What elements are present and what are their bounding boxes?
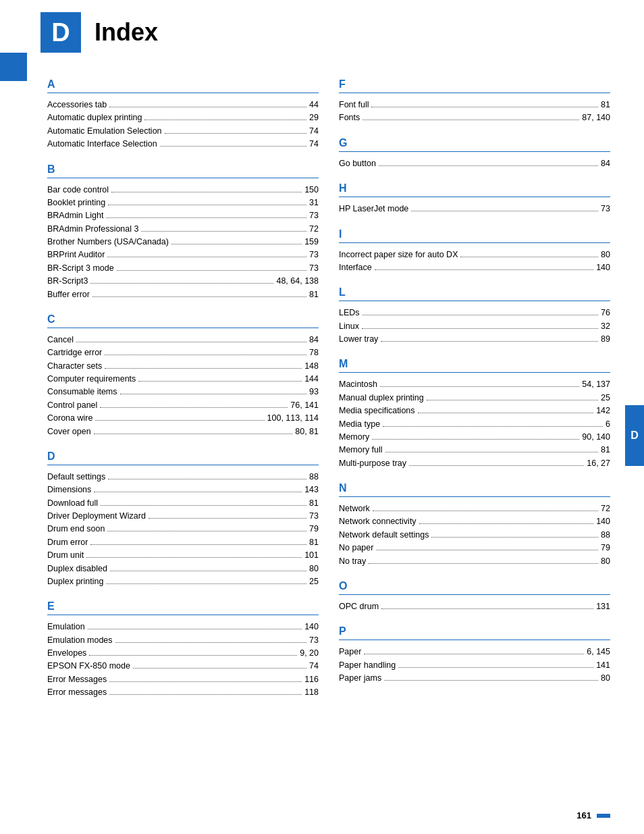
index-entry: Emulation140 xyxy=(47,621,319,633)
index-entry: Automatic Emulation Selection74 xyxy=(47,125,319,138)
entry-name: Character sets xyxy=(47,360,102,373)
entry-page: 74 xyxy=(309,125,319,138)
entry-page: 80 xyxy=(309,563,319,575)
entry-dots xyxy=(372,439,579,440)
entry-name: Duplex disabled xyxy=(47,563,107,575)
entry-page: 79 xyxy=(601,542,610,554)
entry-dots xyxy=(431,537,598,538)
section-header-A: A xyxy=(47,78,319,93)
index-entry: Corona wire100, 113, 114 xyxy=(47,412,319,425)
entry-name: HP LaserJet mode xyxy=(339,203,408,215)
entry-page: 73 xyxy=(309,634,319,647)
entry-page: 44 xyxy=(309,99,319,111)
index-entry: Error Messages116 xyxy=(47,673,319,686)
entry-dots xyxy=(411,211,598,211)
entry-page: 131 xyxy=(596,600,610,613)
entry-dots xyxy=(117,270,306,271)
entry-page: 118 xyxy=(304,686,319,699)
entry-dots xyxy=(165,133,307,134)
entry-dots xyxy=(373,511,598,511)
entry-name: Error messages xyxy=(47,686,107,699)
entry-name: Accessories tab xyxy=(47,99,107,111)
index-entry: Memory full81 xyxy=(339,444,610,457)
entry-dots xyxy=(160,146,307,147)
entry-page: 88 xyxy=(309,471,319,484)
entry-name: Default settings xyxy=(47,471,105,484)
entry-name: Lower tray xyxy=(339,333,378,346)
entry-page: 87, 140 xyxy=(582,111,610,124)
index-entry: Paper6, 145 xyxy=(339,646,610,658)
entry-dots xyxy=(95,420,264,421)
entry-dots xyxy=(369,563,598,564)
index-entry: Automatic duplex printing29 xyxy=(47,111,319,124)
entry-page: 6, 145 xyxy=(587,646,610,658)
entry-dots xyxy=(90,283,273,284)
index-entry: Automatic Interface Selection74 xyxy=(47,138,319,151)
index-entry: Drum end soon79 xyxy=(47,523,319,536)
index-entry: Control panel76, 141 xyxy=(47,399,319,412)
entry-dots xyxy=(363,315,599,315)
entry-name: Linux xyxy=(339,320,359,333)
entry-dots xyxy=(109,694,302,695)
entry-name: Automatic duplex printing xyxy=(47,111,142,124)
section-header-I: I xyxy=(339,228,610,243)
entry-name: BR-Script 3 mode xyxy=(47,262,114,275)
entry-name: Interface xyxy=(339,261,372,274)
entry-page: 84 xyxy=(601,157,610,170)
index-entry: Emulation modes73 xyxy=(47,634,319,647)
entry-dots xyxy=(409,465,584,466)
entry-name: Manual duplex printing xyxy=(339,392,424,405)
entry-page: 80 xyxy=(601,672,610,685)
entry-dots xyxy=(120,394,307,394)
index-entry: Macintosh54, 137 xyxy=(339,378,610,391)
index-entry: Network connectivity140 xyxy=(339,515,610,528)
index-entry: Booklet printing31 xyxy=(47,197,319,209)
entry-page: 80 xyxy=(601,249,610,261)
entry-name: Download full xyxy=(47,497,98,510)
chapter-letter: D xyxy=(51,18,70,47)
entry-page: 78 xyxy=(309,346,319,359)
entry-page: 9, 20 xyxy=(300,647,319,660)
entry-name: Go button xyxy=(339,157,376,170)
entry-dots xyxy=(107,531,306,531)
entry-name: Font full xyxy=(339,99,369,111)
entry-dots xyxy=(105,355,306,355)
section-header-O: O xyxy=(339,580,610,595)
index-entry: Paper jams80 xyxy=(339,672,610,685)
section-header-G: G xyxy=(339,137,610,152)
entry-page: 81 xyxy=(309,288,319,301)
entry-page: 84 xyxy=(309,334,319,346)
entry-page: 6 xyxy=(606,418,610,431)
entry-page: 88 xyxy=(601,529,610,542)
index-entry: Lower tray89 xyxy=(339,333,610,346)
entry-name: EPSON FX-850 mode xyxy=(47,660,130,673)
entry-page: 81 xyxy=(601,99,610,111)
entry-name: Network connectivity xyxy=(339,515,417,528)
entry-name: Drum unit xyxy=(47,549,84,562)
index-entry: Paper handling141 xyxy=(339,659,610,672)
entry-page: 80, 81 xyxy=(295,425,319,438)
entry-dots xyxy=(133,668,306,669)
index-entry: Font full81 xyxy=(339,99,610,111)
index-entry: Drum unit101 xyxy=(47,549,319,562)
section-header-P: P xyxy=(339,625,610,640)
entry-name: Paper xyxy=(339,646,361,658)
entry-page: 73 xyxy=(309,209,319,222)
entry-name: Network default settings xyxy=(339,529,429,542)
entry-page: 150 xyxy=(304,184,319,197)
index-entry: BR-Script348, 64, 138 xyxy=(47,275,319,288)
entry-name: Media specifications xyxy=(339,405,415,417)
entry-name: Dimensions xyxy=(47,484,91,496)
section-header-H: H xyxy=(339,182,610,197)
entry-dots xyxy=(105,368,302,369)
index-entry: Error messages118 xyxy=(47,686,319,699)
entry-page: 31 xyxy=(309,197,319,209)
entry-name: Consumable items xyxy=(47,386,117,398)
index-entry: Network default settings88 xyxy=(339,529,610,542)
index-entry: Driver Deployment Wizard73 xyxy=(47,510,319,523)
entry-page: 93 xyxy=(309,386,319,398)
entry-dots xyxy=(89,655,297,656)
entry-dots xyxy=(380,386,579,387)
index-entry: Duplex printing25 xyxy=(47,575,319,588)
index-entry: Multi-purpose tray16, 27 xyxy=(339,457,610,470)
